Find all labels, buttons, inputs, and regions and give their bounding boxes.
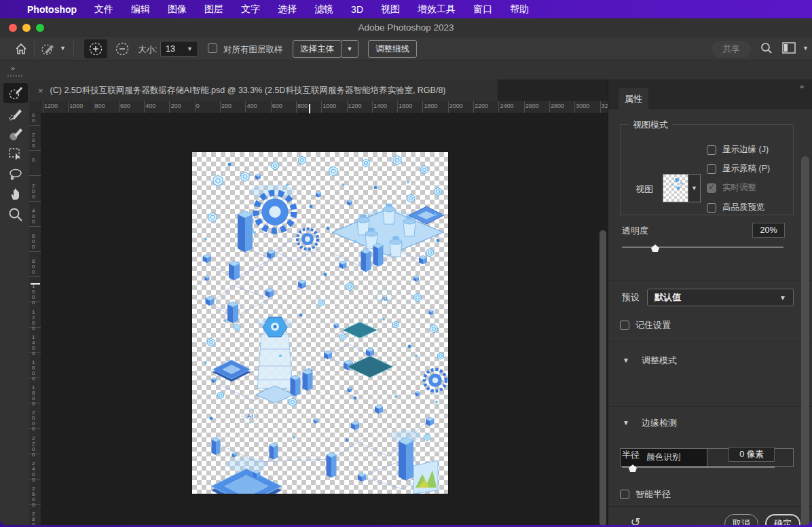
h-ruler-label: 2800	[551, 103, 564, 109]
smart-radius-checkbox[interactable]	[620, 490, 629, 499]
pasteboard[interactable]: AIAI	[41, 113, 608, 525]
refine-hair-button[interactable]: 调整细线	[368, 40, 417, 58]
v-ruler-label: 0	[32, 158, 35, 163]
app-menu[interactable]: Photoshop	[27, 4, 77, 15]
refine-mode-chevron-icon[interactable]: ▼	[623, 357, 629, 364]
transparency-value[interactable]: 20%	[752, 223, 785, 238]
reset-icon[interactable]: ↺	[627, 515, 644, 525]
brush-size-select[interactable]: 13▼	[160, 41, 198, 57]
h-ruler-label: 1800	[424, 103, 438, 109]
toolbar-grip[interactable]	[7, 75, 24, 77]
high-quality-preview-checkbox[interactable]	[707, 203, 716, 213]
h-ruler-label: 3000	[576, 103, 589, 109]
show-edge-checkbox[interactable]	[707, 145, 716, 155]
home-icon[interactable]	[14, 42, 28, 56]
h-ruler-label: 2000	[449, 103, 463, 109]
quick-selection-tool[interactable]	[3, 83, 28, 103]
vertical-ruler[interactable]: 4 0 02 0 002 0 04 0 06 0 08 0 01 0 0 01 …	[29, 113, 41, 525]
h-ruler-label: 600	[272, 103, 282, 109]
v-ruler-label: 4 0 0	[32, 208, 35, 225]
preset-select[interactable]: 默认值▼	[647, 289, 794, 306]
cancel-button[interactable]: 取消	[724, 514, 758, 525]
window-title-bar[interactable]: Adobe Photoshop 2023	[0, 18, 812, 37]
edge-detection-title[interactable]: 边缘检测	[642, 417, 677, 429]
radius-slider[interactable]	[622, 467, 775, 468]
vertical-scrollbar-thumb[interactable]	[599, 230, 606, 525]
subtract-from-selection-button[interactable]	[111, 39, 133, 58]
menu-item-文件[interactable]: 文件	[94, 3, 113, 16]
search-icon[interactable]	[760, 42, 773, 54]
panel-collapse-icon[interactable]: »	[800, 82, 805, 90]
horizontal-ruler[interactable]: 1200100080060040020002004006008001000120…	[29, 101, 608, 113]
menu-item-图层[interactable]: 图层	[204, 3, 223, 16]
share-button[interactable]: 共享	[712, 41, 751, 58]
sample-all-layers-checkbox[interactable]	[208, 43, 217, 53]
canvas-artwork: AIAI	[192, 152, 448, 494]
menu-item-增效工具[interactable]: 增效工具	[418, 3, 456, 16]
menu-item-图像[interactable]: 图像	[168, 3, 187, 16]
remember-settings-row[interactable]: 记住设置	[620, 319, 671, 331]
menu-item-帮助[interactable]: 帮助	[510, 3, 529, 16]
view-thumbnail[interactable]	[663, 174, 688, 202]
document-tab[interactable]: × (C) 2.5D科技互联网服务器数据存储AI智能.psd @ 33.3% (…	[29, 79, 498, 101]
menu-item-3D[interactable]: 3D	[351, 4, 363, 15]
show-original-row[interactable]: 显示原稿 (P)	[707, 163, 770, 175]
macos-menu-bar: Photoshop 文件编辑图像图层文字选择滤镜3D视图增效工具窗口帮助	[0, 0, 812, 18]
high-quality-preview-row[interactable]: 高品质预览	[707, 202, 765, 213]
menu-item-选择[interactable]: 选择	[278, 3, 297, 16]
workspace: »	[0, 61, 812, 525]
h-ruler-label: 2200	[475, 103, 488, 109]
panel-body: 视图模式 视图 ▼ 显示边缘 (J) 显示原稿 (P)	[608, 109, 812, 506]
panel-header: » 属性	[608, 79, 812, 109]
zoom-tool[interactable]	[3, 204, 28, 225]
canvas[interactable]: AIAI	[192, 152, 448, 494]
h-ruler-label: 600	[120, 103, 130, 109]
separator	[73, 41, 74, 57]
brush-tool[interactable]	[3, 124, 28, 145]
refine-edge-brush-tool[interactable]	[3, 105, 28, 125]
view-mode-title: 视图模式	[629, 119, 672, 131]
refine-mode-title[interactable]: 调整模式	[642, 355, 677, 367]
lasso-tool[interactable]	[3, 164, 28, 185]
radius-value[interactable]: 0 像素	[728, 447, 775, 462]
add-to-selection-button[interactable]	[84, 39, 107, 58]
show-original-checkbox[interactable]	[707, 164, 716, 174]
h-ruler-label: 2400	[500, 103, 513, 109]
object-selection-tool[interactable]	[3, 144, 28, 164]
edge-detection-chevron-icon[interactable]: ▼	[623, 419, 629, 426]
remember-settings-checkbox[interactable]	[620, 321, 629, 330]
workspace-switcher-icon[interactable]	[782, 42, 796, 54]
select-and-mask-toolbar: »	[0, 61, 29, 525]
h-ruler-label: 400	[145, 103, 155, 109]
view-dropdown-chevron[interactable]: ▼	[688, 174, 701, 202]
brush-preset-icon[interactable]	[41, 41, 57, 56]
panel-scrollbar-thumb[interactable]	[801, 156, 809, 525]
v-ruler-label: 2 8 0 0	[32, 511, 35, 525]
tab-properties[interactable]: 属性	[619, 88, 648, 109]
ok-button[interactable]: 确定	[765, 514, 800, 525]
v-ruler-label: 1 4 0 0	[32, 335, 35, 357]
menu-item-文字[interactable]: 文字	[241, 3, 260, 16]
select-subject-button[interactable]: 选择主体	[293, 40, 342, 58]
h-ruler-label: 1200	[44, 103, 58, 109]
h-ruler-label: 200	[221, 103, 232, 109]
workspace-chevron-icon[interactable]: ▼	[802, 45, 809, 52]
panel-footer: ↺ 取消 确定	[608, 506, 812, 525]
document-title: (C) 2.5D科技互联网服务器数据存储AI智能.psd @ 33.3% (2.…	[50, 85, 446, 96]
transparency-slider-thumb[interactable]	[651, 244, 659, 252]
transparency-slider[interactable]	[622, 247, 783, 248]
h-ruler-label: 1600	[399, 103, 412, 109]
menu-item-视图[interactable]: 视图	[381, 3, 400, 16]
smart-radius-row[interactable]: 智能半径	[620, 488, 671, 501]
menu-item-窗口[interactable]: 窗口	[473, 3, 492, 16]
show-edge-row[interactable]: 显示边缘 (J)	[707, 144, 769, 156]
menu-item-滤镜[interactable]: 滤镜	[314, 3, 333, 16]
hand-tool[interactable]	[3, 184, 28, 204]
v-ruler-label: 1 0 0 0	[32, 284, 35, 306]
close-document-icon[interactable]: ×	[38, 86, 43, 96]
chevron-down-icon[interactable]: ▼	[60, 45, 66, 52]
menu-item-编辑[interactable]: 编辑	[131, 3, 150, 16]
window-title: Adobe Photoshop 2023	[0, 22, 812, 33]
select-subject-dropdown-button[interactable]: ▼	[341, 40, 358, 58]
toolbar-collapse-icon[interactable]: »	[11, 64, 16, 72]
